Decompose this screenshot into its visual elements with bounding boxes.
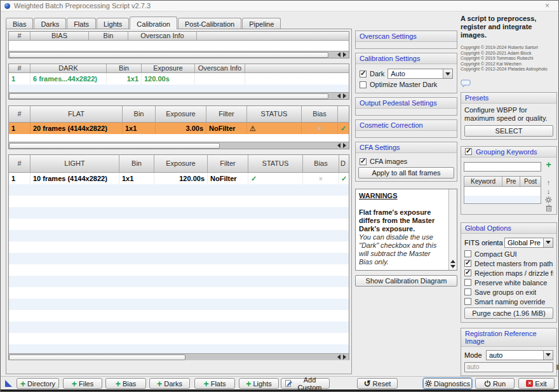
smart-naming-checkbox[interactable] [464,298,471,305]
scroll-right-icon[interactable] [343,93,346,98]
dark-table-row[interactable]: 1 6 frames...44x2822) 1x1 120.00s [9,73,349,84]
header-cell: BIAS [30,32,89,40]
cosmetic-correction-header[interactable]: Cosmetic Correction [356,120,457,131]
cfa-images-label: CFA images [370,158,407,165]
overscan-settings-header[interactable]: Overscan Settings [356,31,457,42]
scroll-down-icon[interactable] [450,265,455,268]
header-cell: Post [520,177,541,186]
reference-image-path-input[interactable] [464,362,553,372]
help-bubble-icon[interactable] [461,79,557,88]
plus-icon: + [116,380,121,388]
row-number: 1 [9,73,30,84]
chevron-down-icon [546,353,551,356]
overscan-cell [195,73,245,84]
chevron-down-icon [445,72,450,76]
grouping-keywords-checkbox[interactable] [465,148,472,155]
presets-select-button[interactable]: SELECT [464,125,553,137]
apply-all-flats-button[interactable]: Apply to all flat frames [358,167,454,179]
flat-h-scrollbar[interactable] [9,142,349,149]
chevron-down-icon [546,241,551,244]
detect-masters-checkbox[interactable] [464,260,471,267]
cfa-images-checkbox[interactable] [360,158,367,165]
wbpp-dialog: Weighted Batch Preprocessing Script v2.7… [0,0,559,392]
new-instance-drag-icon[interactable] [5,380,12,387]
folder-icon[interactable] [556,364,559,370]
copyright-line: Copyright © 2019-2024 Roberto Sartori [461,45,557,51]
calibration-settings-header[interactable]: Calibration Settings [356,53,457,64]
cfa-settings-header[interactable]: CFA Settings [356,142,457,153]
move-down-icon[interactable]: ↓ [547,187,551,195]
warning-icon: ⚠ [250,125,256,133]
light-table-row[interactable]: 1 10 frames (4144x2822) 1x1 120.00s NoFi… [9,173,349,184]
light-h-scrollbar[interactable] [9,353,349,360]
header-cell: Bias [302,106,338,122]
tab-calibration[interactable]: Calibration [130,17,177,29]
bias-table-header: # BIAS Bin Overscan Info [9,32,349,41]
add-directory-button[interactable]: +Directory [17,378,59,389]
gear-icon[interactable] [545,196,552,203]
reset-button[interactable]: ↺Reset [357,378,398,389]
scroll-right-icon[interactable] [343,355,346,360]
check-icon: ✓ [341,175,347,183]
compact-gui-checkbox[interactable] [464,250,471,257]
header-cell: FLAT [30,106,123,122]
bias-table: # BIAS Bin Overscan Info [8,31,349,58]
run-button[interactable]: Run [475,378,515,389]
warnings-v-scrollbar[interactable] [448,189,457,270]
diagnostics-button[interactable]: Diagnostics [423,378,472,389]
add-bias-button[interactable]: +Bias [105,378,146,389]
scroll-left-icon[interactable] [337,355,340,360]
overscan-settings-section: Overscan Settings [355,30,457,49]
save-groups-checkbox[interactable] [464,288,471,295]
fits-orientation-dropdown[interactable]: Global Pre [504,238,553,248]
header-cell: DARK [30,64,107,72]
header-cell: # [9,32,30,40]
close-icon[interactable]: × [545,1,549,10]
scroll-left-icon[interactable] [337,52,340,57]
header-cell: Bin [89,32,128,40]
row-number: 1 [9,123,30,134]
add-darks-button[interactable]: +Darks [149,378,190,389]
dark-checkbox[interactable] [360,71,367,78]
reference-mode-dropdown[interactable]: auto [486,350,553,360]
header-cell [245,64,349,72]
output-pedestal-header[interactable]: Output Pedestal Settings [356,98,457,109]
add-flats-button[interactable]: +Flats [194,378,235,389]
move-up-icon[interactable]: ↑ [547,179,551,186]
presets-header[interactable]: Presets [461,93,556,104]
scroll-right-icon[interactable] [343,143,346,148]
trash-icon[interactable] [546,205,552,212]
rejection-maps-checkbox[interactable] [464,269,471,276]
keywords-empty-rows [464,187,541,203]
optimize-master-dark-checkbox[interactable] [360,81,367,88]
keyword-input[interactable] [464,162,541,172]
show-calibration-diagram-button[interactable]: Show Calibration Diagram [355,275,457,287]
flat-table-row-selected[interactable]: 1 20 frames (4144x2822) 1x1 3.00s NoFilt… [9,123,349,134]
bias-h-scrollbar[interactable] [9,51,349,58]
exit-button[interactable]: ×Exit [518,378,555,389]
preserve-white-balance-checkbox[interactable] [464,279,471,286]
registration-reference-header[interactable]: Registration Reference Image [461,328,556,347]
header-cell: Exposure [142,64,195,72]
global-options-header[interactable]: Global Options [461,223,556,234]
title-bar[interactable]: Weighted Batch Preprocessing Script v2.7… [1,1,558,11]
add-files-button[interactable]: +Files [63,378,102,389]
light-empty-rows [9,184,349,353]
frames-cell: 20 frames (4144x2822) [30,123,123,134]
scroll-left-icon[interactable] [337,143,340,148]
add-keyword-icon[interactable]: + [546,161,551,168]
presets-section: Presets Configure WBPP for maximum speed… [461,92,557,140]
warning-note: You can disable the use "Dark" checkbox … [359,233,445,266]
scroll-left-icon[interactable] [337,93,340,98]
dark-mode-dropdown[interactable]: Auto [387,69,453,79]
registration-reference-section: Registration Reference Image Mode auto [461,328,557,376]
gear-icon [425,380,432,387]
scroll-right-icon[interactable] [343,52,346,57]
mode-label: Mode [464,351,485,359]
scroll-up-icon[interactable] [450,260,455,263]
flat-empty-row [9,134,349,142]
add-lights-button[interactable]: +Lights [239,378,279,389]
purge-cache-button[interactable]: Purge cache (1.96 MiB) [464,308,553,319]
dark-h-scrollbar[interactable] [9,92,349,99]
add-custom-button[interactable]: Add Custom [281,378,330,389]
